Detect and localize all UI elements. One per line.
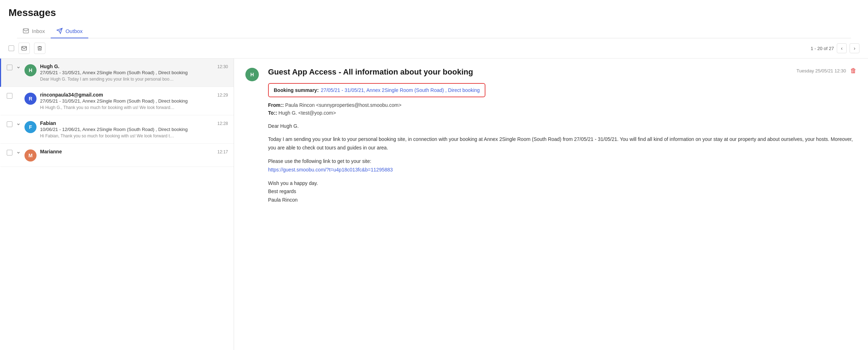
avatar: M <box>24 149 37 162</box>
chevron-down-icon <box>15 64 22 71</box>
message-time: 12:30 <box>217 64 228 69</box>
message-checkbox[interactable] <box>7 65 12 70</box>
chevron-down-icon <box>15 149 22 156</box>
delete-button[interactable] <box>34 43 45 54</box>
tab-bar: Inbox Outbox <box>17 24 851 38</box>
message-checkbox[interactable] <box>7 150 12 155</box>
select-all-checkbox[interactable] <box>9 45 14 51</box>
list-item[interactable]: M Marianne 12:17 <box>0 144 234 167</box>
list-item[interactable]: R rinconpaula34@gmail.com 12:29 27/05/21… <box>0 87 234 115</box>
main-content: H Hugh G. 12:30 27/05/21 - 31/05/21, Ann… <box>0 59 868 350</box>
sender-name: Fabian <box>40 120 56 126</box>
mark-read-button[interactable] <box>18 43 30 54</box>
outbox-icon <box>56 28 63 34</box>
pagination-next-button[interactable]: › <box>850 43 859 53</box>
detail-date: Tuesday 25/05/21 12:30 <box>796 68 846 73</box>
detail-avatar: H <box>245 68 259 81</box>
inbox-icon <box>23 28 29 34</box>
list-item[interactable]: H Hugh G. 12:30 27/05/21 - 31/05/21, Ann… <box>0 59 234 87</box>
booking-link[interactable]: https://guest.smoobu.com/?t=u4p18c013fc&… <box>268 167 393 173</box>
body-paragraph-2: Please use the following link to get to … <box>268 157 857 174</box>
message-detail: H Guest App Access - All information abo… <box>234 59 868 350</box>
message-subject: 27/05/21 - 31/05/21, Annex 2Single Room … <box>40 98 228 104</box>
tab-outbox[interactable]: Outbox <box>51 24 88 38</box>
message-checkbox[interactable] <box>7 121 12 127</box>
detail-from: From:: Paula Rincon <sunnyproperties@hos… <box>268 102 857 108</box>
booking-summary-box: Booking summary: 27/05/21 - 31/05/21, An… <box>268 83 485 97</box>
message-subject: 10/06/21 - 12/06/21, Annex 2Single Room … <box>40 127 228 132</box>
detail-title: Guest App Access - All information about… <box>268 67 473 77</box>
booking-summary-link[interactable]: 27/05/21 - 31/05/21, Annex 2Single Room … <box>321 87 480 93</box>
tab-inbox[interactable]: Inbox <box>17 24 51 38</box>
body-paragraph-1: Today I am sending you your link to your… <box>268 135 857 152</box>
greeting: Dear Hugh G. <box>268 122 857 131</box>
message-time: 12:28 <box>217 121 228 126</box>
page-title: Messages <box>9 7 859 18</box>
sender-name: rinconpaula34@gmail.com <box>40 92 103 98</box>
booking-summary-label: Booking summary: <box>274 87 319 93</box>
message-preview: Hi Fabian, Thank you so much for booking… <box>40 133 175 138</box>
pagination-area: 1 - 20 of 27 ‹ › <box>811 43 859 53</box>
chevron-down-icon <box>15 121 22 127</box>
detail-body: Dear Hugh G. Today I am sending you your… <box>268 122 857 204</box>
message-preview: Hi Hugh G., Thank you so much for bookin… <box>40 105 175 110</box>
message-list: H Hugh G. 12:30 27/05/21 - 31/05/21, Ann… <box>0 59 234 350</box>
list-item[interactable]: F Fabian 12:28 10/06/21 - 12/06/21, Anne… <box>0 115 234 144</box>
toolbar: 1 - 20 of 27 ‹ › <box>0 38 868 59</box>
message-time: 12:29 <box>217 93 228 98</box>
spacer <box>15 93 22 99</box>
message-checkbox[interactable] <box>7 93 12 99</box>
closing: Wish you a happy day. Best regards Paula… <box>268 179 857 204</box>
sender-name: Marianne <box>40 149 62 154</box>
detail-to: To:: Hugh G. <test@yop.com> <box>268 110 857 116</box>
sender-name: Hugh G. <box>40 64 59 69</box>
message-subject: 27/05/21 - 31/05/21, Annex 2Single Room … <box>40 70 228 75</box>
avatar: H <box>24 64 37 76</box>
avatar: F <box>24 121 37 133</box>
pagination-info: 1 - 20 of 27 <box>811 46 834 51</box>
pagination-prev-button[interactable]: ‹ <box>837 43 847 53</box>
message-preview: Dear Hugh G. Today I am sending you your… <box>40 77 175 82</box>
detail-header: Guest App Access - All information about… <box>268 67 857 77</box>
message-time: 12:17 <box>217 149 228 154</box>
delete-message-button[interactable]: 🗑 <box>850 67 857 75</box>
avatar: R <box>24 93 37 105</box>
